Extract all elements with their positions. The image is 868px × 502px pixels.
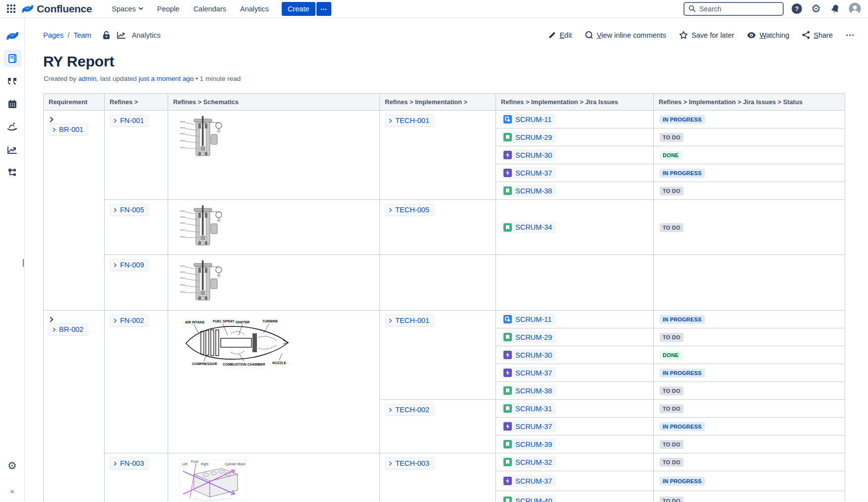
pencil-icon (548, 31, 556, 39)
status-badge: IN PROGRESS (660, 169, 705, 178)
status-badge: TO DO (660, 223, 683, 232)
unlock-icon[interactable] (102, 31, 111, 40)
status-badge: IN PROGRESS (660, 369, 705, 377)
jet-label-compressor: COMPRESSOR (192, 362, 217, 366)
jira-issue-link[interactable]: SCRUM-38 (502, 185, 556, 196)
nav-calendars[interactable]: Calendars (193, 5, 226, 13)
col-jira-issues: Refines > Implementation > Jira Issues (496, 94, 654, 111)
requirement-chip[interactable]: BR-002 (49, 323, 88, 335)
status-badge: IN PROGRESS (660, 115, 705, 124)
jira-issue-link[interactable]: SCRUM-30 (502, 349, 556, 361)
engine-label-front: Front (191, 460, 198, 463)
watching-button[interactable]: Watching (747, 31, 789, 39)
page-more-button[interactable]: ⋯ (846, 30, 854, 40)
chevron-right-icon (113, 208, 118, 212)
space-settings-gear-icon[interactable]: ⚙ (3, 457, 21, 475)
jira-epic-icon (503, 369, 512, 377)
requirement-chip[interactable]: BR-001 (49, 124, 88, 135)
notifications-bell-icon[interactable] (829, 2, 842, 15)
create-button[interactable]: Create (282, 2, 315, 16)
jira-issue-link[interactable]: SCRUM-11 (502, 314, 556, 325)
create-more-button[interactable]: ⋯ (316, 2, 331, 16)
jira-story-icon (503, 333, 512, 341)
hierarchy-tree-icon[interactable] (3, 164, 21, 182)
nav-people[interactable]: People (157, 5, 180, 13)
refine-chip[interactable]: FN-002 (110, 314, 149, 326)
jira-story-icon (503, 458, 512, 466)
implementation-chip[interactable]: TECH-001 (385, 115, 434, 126)
analytics-chart-icon[interactable] (3, 141, 21, 159)
status-badge: TO DO (660, 333, 683, 342)
jira-issue-link[interactable]: SCRUM-37 (502, 167, 556, 179)
breadcrumb-analytics-label[interactable]: Analytics (132, 31, 161, 39)
search-input[interactable] (699, 5, 774, 13)
pages-icon[interactable] (3, 50, 21, 67)
blog-quotes-icon[interactable] (3, 72, 21, 90)
view-inline-comments-button[interactable]: View inline comments (585, 31, 666, 39)
jira-issue-link[interactable]: SCRUM-37 (502, 421, 556, 432)
jira-issue-link[interactable]: SCRUM-34 (502, 222, 556, 233)
engine-block-schematic-image: Left Front Right Cylinder Block (173, 457, 374, 502)
cylinder-schematic-image (173, 115, 374, 161)
refine-chip[interactable]: FN-005 (110, 204, 149, 216)
breadcrumb-team[interactable]: Team (73, 31, 91, 39)
jira-issue-link[interactable]: SCRUM-40 (502, 495, 556, 502)
jira-issue-link[interactable]: SCRUM-29 (502, 131, 556, 143)
implementation-chip[interactable]: TECH-001 (385, 314, 434, 326)
jira-issue-link[interactable]: SCRUM-31 (502, 403, 556, 414)
jira-issue-link[interactable]: SCRUM-32 (502, 456, 556, 468)
updated-link[interactable]: just a moment ago (138, 75, 193, 82)
nav-analytics[interactable]: Analytics (240, 5, 269, 13)
jet-label-nozzle: NOZZLE (272, 361, 286, 365)
app-switcher-icon[interactable] (4, 2, 18, 16)
table-row: FN-005 (44, 200, 845, 255)
settings-gear-icon[interactable]: ⚙ (809, 2, 822, 15)
breadcrumb-pages[interactable]: Pages (43, 31, 63, 39)
confluence-logo[interactable]: Confluence (22, 3, 92, 15)
refine-chip[interactable]: FN-009 (110, 259, 149, 271)
jira-subtask-icon (503, 315, 512, 323)
col-requirement: Requirement (44, 94, 105, 111)
jira-issue-link[interactable]: SCRUM-11 (502, 114, 556, 125)
jira-issue-link[interactable]: SCRUM-38 (502, 385, 556, 396)
nav-spaces[interactable]: Spaces (112, 5, 143, 13)
status-badge: TO DO (660, 187, 683, 195)
implementation-chip[interactable]: TECH-003 (385, 457, 434, 469)
jira-epic-icon (503, 422, 512, 431)
eye-icon (747, 32, 756, 39)
implementation-chip[interactable]: TECH-002 (385, 404, 434, 416)
main-content: Pages / Team Analytics Edit View inline … (25, 18, 868, 502)
help-icon[interactable]: ? (790, 2, 803, 15)
jira-issue-link[interactable]: SCRUM-39 (502, 439, 556, 450)
edit-button[interactable]: Edit (548, 31, 572, 39)
questions-person-icon[interactable] (3, 118, 21, 136)
search-box[interactable] (683, 2, 784, 16)
table-row: FN-009 (44, 255, 845, 311)
col-refines: Refines > (105, 94, 168, 111)
chevron-right-icon (388, 119, 393, 123)
jira-issue-link[interactable]: SCRUM-37 (502, 475, 556, 487)
share-button[interactable]: Share (802, 31, 833, 39)
page-title: RY Report (43, 53, 868, 70)
calendar-icon[interactable] (3, 95, 21, 113)
table-header-row: Requirement Refines > Refines > Schemati… (44, 94, 845, 111)
confluence-space-logo[interactable] (3, 27, 21, 45)
user-avatar[interactable] (848, 2, 861, 15)
jira-epic-icon (503, 151, 512, 159)
refine-chip[interactable]: FN-001 (110, 115, 149, 126)
page-actions: Edit View inline comments Save for later… (548, 30, 854, 40)
save-for-later-button[interactable]: Save for later (679, 31, 734, 39)
expand-row-icon[interactable] (49, 316, 55, 322)
analytics-trend-icon[interactable] (117, 31, 126, 39)
author-link[interactable]: admin (78, 75, 97, 82)
expand-row-icon[interactable] (49, 117, 55, 123)
jira-issue-link[interactable]: SCRUM-30 (502, 149, 556, 161)
chevron-right-icon (113, 119, 118, 123)
jira-issue-link[interactable]: SCRUM-29 (502, 331, 556, 343)
refine-chip[interactable]: FN-003 (110, 457, 149, 469)
jira-epic-icon (503, 351, 512, 359)
status-badge: TO DO (660, 404, 683, 413)
jira-issue-link[interactable]: SCRUM-37 (502, 367, 556, 378)
implementation-chip[interactable]: TECH-005 (385, 204, 434, 216)
expand-sidebar-icon[interactable]: » (10, 487, 14, 495)
